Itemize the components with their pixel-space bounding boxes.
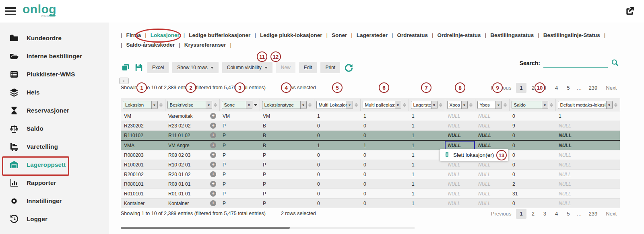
sort-toggle-icon[interactable] — [439, 103, 443, 107]
expand-row-icon[interactable]: + — [210, 191, 216, 197]
sort-toggle-icon[interactable] — [308, 103, 312, 107]
clear-filter-icon[interactable]: x — [395, 101, 401, 109]
expand-row-icon[interactable]: + — [210, 162, 216, 168]
copy-icon[interactable] — [121, 63, 130, 72]
hamburger-icon[interactable] — [5, 7, 17, 16]
column-header-ypos[interactable]: Yposx — [475, 99, 509, 111]
cell-multi-lokasjon[interactable]: 0 — [314, 150, 360, 160]
sidebar-item-varetelling[interactable]: Varetelling — [0, 138, 109, 156]
sidebar-item-interne-bestillinger[interactable]: Interne bestillinger — [0, 47, 109, 65]
cell-saldo[interactable]: 0 — [509, 131, 555, 141]
pagination-page-2[interactable]: 2 — [528, 83, 538, 93]
cell-lokasjonstype[interactable]: P — [260, 199, 314, 208]
cell-default-mottaks-lokasjon[interactable]: NULL — [555, 189, 620, 199]
cell-multi-lokasjon[interactable]: 1 — [314, 111, 360, 121]
clear-filter-icon[interactable]: x — [495, 101, 502, 109]
cell-sone[interactable]: P — [219, 131, 260, 141]
cell-default-mottaks-lokasjon[interactable]: NULL — [555, 140, 620, 150]
sidebar-item-innstillinger[interactable]: Innstillinger — [0, 192, 109, 210]
filter-input-multi-lokasjon[interactable]: Multi Lokasjonx — [316, 101, 353, 109]
cell-sone[interactable]: P — [219, 170, 260, 179]
cell-beskrivelse[interactable]: R08 01 01+ — [165, 179, 219, 189]
expand-row-icon[interactable]: + — [210, 152, 216, 158]
cell-default-mottaks-lokasjon[interactable]: 1 — [555, 111, 620, 121]
cell-multi-lokasjon[interactable]: 0 — [314, 131, 360, 141]
cell-lokasjon[interactable]: VMA — [121, 140, 165, 150]
table-row-vm[interactable]: VMVaremottak+VMVM111NULLNULL01 — [121, 111, 620, 121]
expand-row-icon[interactable]: + — [210, 113, 216, 119]
column-header-sone[interactable]: Sonex — [219, 99, 260, 111]
sort-toggle-icon[interactable] — [469, 103, 473, 107]
sidebar-item-logger[interactable]: Logger — [0, 210, 109, 228]
pagination-page-5[interactable]: 5 — [563, 83, 573, 93]
column-header-lagersted[interactable]: Lagerstedx — [409, 99, 445, 111]
column-header-beskrivelse[interactable]: Beskrivelsex — [165, 99, 219, 111]
cell-default-mottaks-lokasjon[interactable]: NULL — [555, 131, 620, 141]
pagination-page-1[interactable]: 1 — [516, 209, 526, 219]
cell-xpos[interactable]: NULL — [445, 121, 475, 131]
cell-multi-palleplass[interactable]: 0 — [360, 131, 409, 141]
cell-xpos[interactable]: NULL — [445, 131, 475, 141]
cell-lokasjon[interactable]: R100201 — [121, 160, 165, 170]
filter-input-sone[interactable]: Sonex — [222, 101, 252, 109]
cell-ypos[interactable]: NULL — [475, 179, 509, 189]
cell-beskrivelse[interactable]: Kontainer+ — [165, 199, 219, 208]
cell-multi-palleplass[interactable]: 0 — [360, 160, 409, 170]
filter-input-xpos[interactable]: Xposx — [447, 101, 468, 109]
cell-lokasjon[interactable]: R200102 — [121, 170, 165, 179]
cell-saldo[interactable]: 9 — [509, 121, 555, 131]
clear-filter-icon[interactable]: x — [347, 101, 353, 109]
table-row-r200102[interactable]: R200102R20 01 02+PP001NULLNULL0NULL — [121, 170, 620, 179]
column-header-xpos[interactable]: Xposx — [445, 99, 475, 111]
cell-lokasjon[interactable]: Kontainer — [121, 199, 165, 208]
tab-bestillingsstatus[interactable]: Bestillingsstatus — [486, 32, 538, 38]
cell-default-mottaks-lokasjon[interactable]: NULL — [555, 121, 620, 131]
cell-beskrivelse[interactable]: R01 01 01+ — [165, 189, 219, 199]
cell-lagersted[interactable]: 1 — [409, 121, 445, 131]
tab-bestillingslinje-status[interactable]: Bestillingslinje-Status — [539, 32, 604, 38]
cell-default-mottaks-lokasjon[interactable]: NULL — [555, 160, 620, 170]
print-button[interactable]: Print — [320, 62, 340, 73]
cell-lagersted[interactable]: 1 — [409, 150, 445, 160]
cell-lokasjonstype[interactable]: B — [260, 131, 314, 141]
sidebar-item-lageroppsett[interactable]: Lageroppsett — [0, 156, 109, 174]
external-link-icon[interactable] — [625, 6, 635, 16]
edit-button[interactable]: Edit — [299, 62, 317, 73]
clear-filter-icon[interactable]: x — [606, 101, 612, 109]
cell-sone[interactable]: P — [219, 140, 260, 150]
tab-ledige-plukk-lokasjoner[interactable]: Ledige plukk-lokasjoner — [256, 32, 326, 38]
cell-multi-palleplass[interactable]: 0 — [360, 170, 409, 179]
column-header-default-mottaks-lokasjon[interactable]: Default mottaks-lokasjonx — [555, 99, 620, 111]
tab-lagersteder[interactable]: Lagersteder — [353, 32, 392, 38]
cell-ypos[interactable]: NULL — [475, 199, 509, 208]
cell-sone[interactable]: P — [219, 179, 260, 189]
filter-input-lokasjonstype[interactable]: Lokasjonstypex — [262, 101, 307, 109]
search-icon[interactable] — [611, 59, 619, 68]
cell-default-mottaks-lokasjon[interactable]: NULL — [555, 150, 620, 160]
sidebar-item-rapporter[interactable]: Rapporter — [0, 174, 109, 192]
save-icon[interactable] — [134, 63, 144, 72]
cell-multi-lokasjon[interactable]: 0 — [314, 121, 360, 131]
cell-default-mottaks-lokasjon[interactable]: NULL — [555, 179, 620, 189]
tab-ordrestatus[interactable]: Ordrestatus — [393, 32, 432, 38]
pagination-page-4[interactable]: 4 — [551, 209, 561, 219]
cell-sone[interactable]: VM — [219, 111, 260, 121]
sort-toggle-icon[interactable] — [213, 103, 217, 107]
clear-filter-icon[interactable]: x — [300, 101, 306, 109]
cell-xpos[interactable]: NULL — [445, 111, 475, 121]
expand-row-icon[interactable]: + — [210, 171, 216, 177]
sort-toggle-icon[interactable] — [159, 103, 163, 107]
table-row-r110102[interactable]: R110102R11 01 02+PB001NULLNULL0NULL — [121, 131, 620, 141]
filter-input-default-mottaks-lokasjon[interactable]: Default mottaks-lokasjonx — [558, 101, 613, 109]
cell-lokasjon[interactable]: R080203 — [121, 150, 165, 160]
cell-beskrivelse[interactable]: VM Angre+ — [165, 140, 219, 150]
cell-saldo[interactable]: 0 — [509, 111, 555, 121]
search-input[interactable] — [543, 59, 608, 68]
cell-lagersted[interactable]: 1 — [409, 170, 445, 179]
cell-lokasjonstype[interactable]: VM — [260, 111, 314, 121]
clear-filter-icon[interactable]: x — [542, 101, 548, 109]
cell-multi-lokasjon[interactable]: 0 — [314, 179, 360, 189]
sort-desc-icon[interactable] — [254, 104, 258, 106]
tab-lokasjoner[interactable]: Lokasjoner — [147, 32, 184, 38]
cell-sone[interactable]: P — [219, 189, 260, 199]
